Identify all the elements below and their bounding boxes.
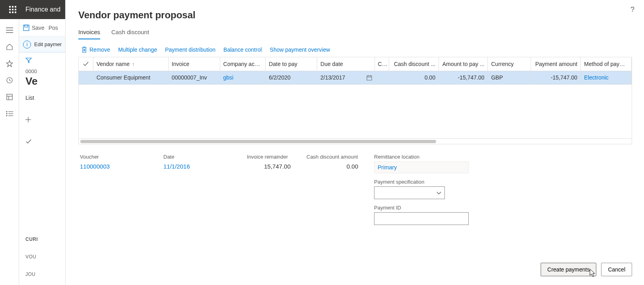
col-date-to-pay[interactable]: Date to pay: [266, 57, 317, 71]
create-payments-button[interactable]: Create payments: [541, 263, 597, 276]
svg-rect-5: [15, 9, 16, 10]
star-icon[interactable]: [2, 56, 17, 72]
home-icon[interactable]: [2, 39, 17, 55]
dialog-title: Vendor payment proposal: [78, 10, 632, 21]
app-title: Finance and: [22, 6, 60, 13]
svg-point-20: [6, 115, 7, 116]
voucher-label: Voucher: [80, 154, 147, 160]
cell-date-to-pay[interactable]: 6/2/2020: [266, 71, 317, 84]
cancel-button[interactable]: Cancel: [601, 263, 632, 276]
grid-row[interactable]: Consumer Equipment 00000007_Inv gbsi 6/2…: [79, 71, 632, 84]
record-details: Voucher 110000003 Date 11/1/2016 Invoice…: [78, 154, 632, 225]
bg-field-journal: JOU: [25, 271, 38, 277]
left-nav-rail: [0, 19, 19, 285]
svg-point-18: [6, 113, 7, 114]
cell-c[interactable]: [374, 71, 389, 84]
col-company-account[interactable]: Company acco...: [220, 57, 266, 71]
invoice-remainder-label: Invoice remainder: [247, 154, 291, 160]
list-icon[interactable]: [2, 106, 17, 122]
vendor-payment-proposal-dialog: ? Vendor payment proposal Invoices Cash …: [65, 0, 644, 285]
svg-rect-8: [15, 12, 16, 13]
payment-distribution-action[interactable]: Payment distribution: [165, 47, 215, 53]
col-payment-amount[interactable]: Payment amount: [531, 57, 580, 71]
cell-payment-amount[interactable]: -15,747.00: [531, 71, 580, 84]
svg-rect-23: [25, 25, 28, 27]
svg-rect-22: [23, 25, 29, 31]
show-payment-overview-action[interactable]: Show payment overview: [270, 47, 330, 53]
select-all-header[interactable]: [79, 57, 93, 71]
payment-specification-label: Payment specification: [374, 179, 469, 185]
payment-id-input[interactable]: [374, 212, 469, 225]
grid-horizontal-scrollbar[interactable]: [79, 138, 632, 144]
cell-currency[interactable]: GBP: [488, 71, 531, 84]
col-invoice[interactable]: Invoice: [168, 57, 220, 71]
bg-tab-list[interactable]: List: [25, 95, 60, 101]
save-button[interactable]: Save: [23, 25, 45, 31]
sort-asc-icon: ↑: [132, 62, 134, 67]
invoice-remainder-value: 15,747.00: [247, 161, 291, 172]
filter-icon[interactable]: [25, 57, 32, 64]
help-icon[interactable]: ?: [630, 6, 634, 14]
row-selector[interactable]: [79, 71, 93, 84]
dialog-tabs: Invoices Cash discount: [78, 29, 632, 39]
cell-due-date[interactable]: 2/13/2017: [317, 71, 375, 84]
multiple-change-action[interactable]: Multiple change: [118, 47, 157, 53]
invoice-grid: Vendor name↑ Invoice Company acco... Dat…: [78, 57, 632, 144]
payment-specification-combo[interactable]: [374, 186, 445, 199]
remittance-location-label: Remittance location: [374, 154, 469, 160]
balance-control-action[interactable]: Balance control: [223, 47, 262, 53]
page-heading: Ve: [25, 75, 60, 87]
cash-discount-amount-label: Cash discount amount: [306, 154, 358, 160]
remittance-location-value[interactable]: Primary: [374, 161, 469, 173]
bg-row-selector[interactable]: [25, 138, 60, 145]
date-label: Date: [163, 154, 231, 160]
info-bar: i Edit paymer: [19, 37, 67, 52]
background-page: Save Pos i Edit paymer 0000 Ve List CURI…: [19, 19, 67, 285]
col-currency[interactable]: Currency: [488, 57, 531, 71]
cell-invoice[interactable]: 00000007_Inv: [168, 71, 220, 84]
remove-action[interactable]: Remove: [81, 47, 110, 53]
svg-rect-2: [15, 6, 16, 8]
cell-vendor-name[interactable]: Consumer Equipment: [93, 71, 168, 84]
svg-rect-1: [12, 6, 14, 8]
voucher-value[interactable]: 110000003: [80, 161, 147, 172]
payment-id-label: Payment ID: [374, 205, 469, 211]
grid-action-bar: Remove Multiple change Payment distribut…: [78, 47, 632, 53]
date-value[interactable]: 11/1/2016: [163, 161, 231, 172]
chevron-down-icon: [436, 190, 441, 196]
tab-cash-discount[interactable]: Cash discount: [111, 29, 149, 39]
col-amount-to-pay[interactable]: Amount to pay ...: [439, 57, 488, 71]
calendar-icon[interactable]: [367, 74, 372, 81]
remove-label: Remove: [89, 47, 110, 53]
svg-rect-0: [9, 6, 11, 8]
tab-invoices[interactable]: Invoices: [78, 29, 100, 39]
cash-discount-amount-value: 0.00: [306, 161, 358, 172]
svg-rect-6: [9, 12, 11, 13]
cell-amount-to-pay[interactable]: -15,747.00: [439, 71, 488, 84]
svg-point-16: [6, 111, 7, 112]
clock-icon[interactable]: [2, 72, 17, 88]
hamburger-icon[interactable]: [2, 22, 17, 38]
record-number: 0000: [25, 68, 60, 74]
cell-company-account[interactable]: gbsi: [220, 71, 266, 84]
info-text: Edit paymer: [34, 41, 62, 47]
col-method-of-payment[interactable]: Method of payment: [581, 57, 632, 71]
bg-section-current: CURI: [25, 237, 38, 242]
grid-header-row: Vendor name↑ Invoice Company acco... Dat…: [79, 57, 632, 71]
svg-rect-26: [367, 76, 372, 80]
svg-rect-13: [7, 94, 12, 100]
col-due-date[interactable]: Due date: [317, 57, 375, 71]
cell-cash-discount[interactable]: 0.00: [389, 71, 438, 84]
workspace-icon[interactable]: [2, 89, 17, 105]
grid-empty-space: [79, 85, 632, 138]
add-button[interactable]: [25, 117, 60, 122]
col-c[interactable]: C...: [374, 57, 389, 71]
col-cash-discount[interactable]: Cash discount ...: [389, 57, 438, 71]
post-button[interactable]: Pos: [48, 25, 58, 31]
app-launcher-icon[interactable]: [3, 0, 22, 19]
col-vendor-name[interactable]: Vendor name↑: [93, 57, 168, 71]
scrollbar-thumb[interactable]: [80, 140, 436, 143]
cell-method-of-payment[interactable]: Electronic: [581, 71, 632, 84]
svg-rect-3: [9, 9, 11, 10]
save-label: Save: [32, 25, 45, 31]
